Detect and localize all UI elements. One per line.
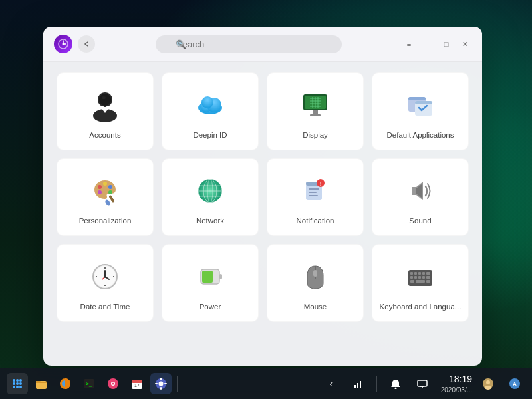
search-wrapper: 🔍 bbox=[103, 35, 394, 53]
svg-rect-73 bbox=[416, 280, 425, 283]
network-tray-icon[interactable] bbox=[347, 373, 368, 394]
svg-text:17: 17 bbox=[134, 383, 140, 388]
svg-rect-70 bbox=[422, 276, 425, 279]
svg-point-75 bbox=[13, 379, 15, 382]
svg-rect-62 bbox=[410, 272, 413, 275]
svg-rect-13 bbox=[310, 114, 321, 116]
svg-rect-41 bbox=[309, 188, 319, 190]
keyboard-item[interactable]: Keyboard and Langua... bbox=[372, 244, 469, 322]
svg-rect-24 bbox=[415, 101, 432, 104]
notification-tray-icon[interactable] bbox=[385, 373, 406, 394]
terminal-taskbar-icon[interactable]: >_ bbox=[78, 373, 100, 394]
deepin-id-item[interactable]: Deepin ID bbox=[162, 72, 259, 150]
accounts-label: Accounts bbox=[89, 130, 120, 140]
svg-rect-99 bbox=[360, 381, 361, 388]
default-apps-item[interactable]: Default Applications bbox=[372, 72, 469, 150]
svg-rect-71 bbox=[426, 276, 430, 279]
svg-rect-57 bbox=[219, 274, 222, 279]
svg-rect-98 bbox=[357, 383, 358, 388]
accounts-item[interactable]: Accounts bbox=[57, 72, 154, 150]
music-taskbar-icon[interactable] bbox=[102, 373, 124, 394]
svg-point-80 bbox=[19, 382, 22, 385]
display-icon bbox=[297, 86, 334, 124]
search-input[interactable] bbox=[156, 35, 342, 53]
sound-icon bbox=[402, 172, 439, 209]
svg-point-4 bbox=[99, 94, 111, 106]
svg-point-83 bbox=[19, 386, 22, 388]
calendar-taskbar-icon[interactable]: 17 bbox=[126, 373, 148, 394]
mouse-item[interactable]: Mouse bbox=[267, 244, 364, 322]
svg-point-5 bbox=[102, 96, 106, 99]
titlebar-left bbox=[54, 35, 95, 53]
default-apps-label: Default Applications bbox=[386, 130, 454, 140]
svg-point-29 bbox=[98, 190, 102, 194]
svg-rect-22 bbox=[408, 97, 426, 100]
launcher-icon[interactable] bbox=[7, 373, 28, 394]
accounts-icon bbox=[86, 86, 124, 124]
keyboard-label: Keyboard and Langua... bbox=[380, 302, 462, 312]
network-item[interactable]: Network bbox=[162, 158, 259, 236]
svg-point-28 bbox=[108, 190, 112, 194]
date-time-label: Date and Time bbox=[80, 302, 130, 312]
personalization-label: Personalization bbox=[79, 216, 132, 226]
svg-rect-42 bbox=[309, 192, 317, 193]
deepin-id-icon bbox=[192, 86, 229, 124]
svg-rect-74 bbox=[426, 280, 430, 283]
notification-item[interactable]: ! Notification bbox=[267, 158, 364, 236]
minimize-button[interactable]: — bbox=[421, 37, 434, 51]
svg-point-26 bbox=[103, 182, 107, 186]
taskbar-separator-1 bbox=[177, 376, 178, 392]
power-tray-icon[interactable] bbox=[477, 373, 499, 394]
taskbar-separator-2 bbox=[376, 376, 377, 392]
close-button[interactable]: ✕ bbox=[458, 37, 471, 51]
menu-button[interactable]: ≡ bbox=[402, 37, 416, 51]
svg-point-76 bbox=[16, 379, 19, 382]
file-manager-taskbar-icon[interactable] bbox=[31, 373, 52, 394]
svg-point-55 bbox=[104, 275, 106, 278]
svg-rect-43 bbox=[309, 195, 318, 196]
sound-item[interactable]: Sound bbox=[372, 158, 469, 236]
svg-point-100 bbox=[394, 388, 396, 390]
settings-taskbar-icon[interactable] bbox=[150, 373, 172, 394]
svg-point-1 bbox=[63, 43, 65, 45]
svg-point-27 bbox=[108, 185, 112, 189]
date-time-item[interactable]: Date and Time bbox=[57, 244, 154, 322]
power-item[interactable]: Power bbox=[162, 244, 259, 322]
taskbar-apps: >_ 17 bbox=[7, 373, 172, 394]
back-button[interactable] bbox=[78, 35, 95, 53]
svg-point-106 bbox=[485, 386, 491, 390]
browser-taskbar-icon[interactable] bbox=[55, 373, 76, 394]
svg-point-25 bbox=[98, 185, 102, 189]
display-tray-icon[interactable] bbox=[412, 373, 433, 394]
back-taskbar-icon[interactable]: ‹ bbox=[321, 373, 342, 394]
svg-rect-66 bbox=[426, 272, 430, 275]
clock-date: 2020/03/... bbox=[441, 386, 472, 394]
svg-text:!: ! bbox=[320, 181, 322, 187]
svg-rect-58 bbox=[202, 271, 213, 283]
svg-text:>_: >_ bbox=[86, 381, 92, 387]
svg-point-79 bbox=[16, 382, 19, 385]
svg-point-82 bbox=[16, 386, 19, 388]
svg-rect-67 bbox=[410, 276, 413, 279]
display-label: Display bbox=[303, 130, 328, 140]
svg-point-31 bbox=[104, 199, 111, 207]
maximize-button[interactable]: □ bbox=[440, 37, 453, 51]
notification-label: Notification bbox=[297, 216, 334, 226]
network-label: Network bbox=[196, 216, 224, 226]
svg-rect-30 bbox=[108, 195, 114, 203]
svg-point-105 bbox=[486, 380, 490, 384]
mouse-label: Mouse bbox=[304, 302, 327, 312]
taskbar: >_ 17 bbox=[0, 368, 532, 399]
keyboard-icon bbox=[402, 258, 439, 295]
svg-point-96 bbox=[159, 382, 164, 386]
svg-point-81 bbox=[13, 386, 15, 388]
settings-grid: Accounts bbox=[57, 72, 469, 322]
titlebar: 🔍 ≡ — □ ✕ bbox=[43, 27, 482, 62]
display-item[interactable]: Display bbox=[267, 72, 364, 150]
input-tray-icon[interactable]: A bbox=[504, 373, 525, 394]
svg-point-9 bbox=[201, 96, 213, 108]
personalization-item[interactable]: Personalization bbox=[57, 158, 154, 236]
content-area: Accounts bbox=[43, 62, 482, 366]
svg-rect-63 bbox=[414, 272, 417, 275]
sound-label: Sound bbox=[409, 216, 431, 226]
